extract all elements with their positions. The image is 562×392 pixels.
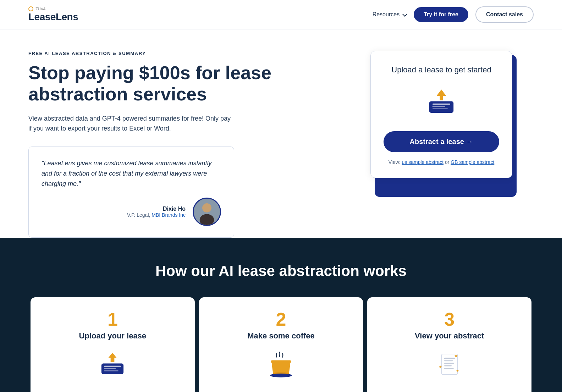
svg-rect-10: [104, 365, 121, 367]
try-free-button[interactable]: Try it for free: [414, 7, 468, 22]
abstract-doc-icon: ★ ★ ★: [435, 351, 464, 379]
abstract-lease-button[interactable]: Abstract a lease →: [384, 131, 499, 152]
testimonial-quote: "LeaseLens gives me customized lease sum…: [42, 158, 221, 189]
author-company-link[interactable]: MBI Brands Inc: [151, 212, 186, 218]
svg-rect-6: [432, 106, 445, 107]
hero-left: FREE AI LEASE ABSTRACTION & SUMMARY Stop…: [28, 51, 277, 238]
chevron-down-icon: [402, 12, 407, 17]
svg-marker-8: [109, 353, 117, 362]
upload-scanner-icon: [425, 87, 457, 119]
resources-label: Resources: [373, 11, 400, 18]
svg-rect-13: [271, 360, 291, 363]
logo-circle-icon: [28, 6, 33, 11]
testimonial-box: "LeaseLens gives me customized lease sum…: [28, 147, 234, 237]
svg-rect-11: [104, 368, 116, 369]
logo-prefix-text: ZUVA: [35, 7, 46, 11]
step-1-number: 1: [41, 310, 184, 328]
resources-menu[interactable]: Resources: [373, 11, 407, 18]
hero-eyebrow: FREE AI LEASE ABSTRACTION & SUMMARY: [28, 51, 277, 56]
sample-or: or: [445, 159, 449, 165]
sample-prefix: View:: [389, 159, 401, 165]
us-sample-link[interactable]: us sample abstract: [402, 159, 444, 165]
testimonial-author: Dixie Ho V.P. Legal, MBI Brands Inc: [42, 198, 221, 226]
svg-marker-3: [437, 89, 446, 100]
contact-sales-button[interactable]: Contact sales: [475, 6, 534, 23]
step-3-card: 3 View your abstract ★ ★ ★: [367, 297, 531, 392]
step-1-title: Upload your lease: [41, 331, 184, 341]
step-2-title: Make some coffee: [210, 331, 353, 341]
step-2-number: 2: [210, 310, 353, 328]
step-2-card: 2 Make some coffee: [199, 297, 363, 392]
svg-rect-20: [444, 365, 452, 366]
author-name: Dixie Ho: [127, 206, 186, 212]
sample-links: View: us sample abstract or GB sample ab…: [384, 159, 499, 165]
upload-icon-wrap: [424, 85, 459, 121]
coffee-icon: [267, 351, 295, 379]
author-title-text: V.P. Legal,: [127, 212, 151, 218]
svg-point-2: [200, 214, 214, 226]
upload-card-wrap: Upload a lease to get started Abstract a…: [370, 51, 512, 178]
svg-point-15: [270, 374, 292, 377]
hero-description: View abstracted data and GPT-4 powered s…: [28, 114, 234, 134]
hero-section: FREE AI LEASE ABSTRACTION & SUMMARY Stop…: [0, 29, 562, 238]
navbar: ZUVA LeaseLens Resources Try it for free…: [0, 0, 562, 29]
step-3-title: View your abstract: [378, 331, 521, 341]
avatar-image: [194, 198, 220, 226]
svg-rect-4: [429, 101, 453, 113]
author-info: Dixie Ho V.P. Legal, MBI Brands Inc: [127, 206, 186, 218]
svg-rect-19: [444, 363, 454, 364]
author-title: V.P. Legal, MBI Brands Inc: [127, 212, 186, 218]
upload-doc-icon: [98, 351, 127, 379]
hero-title: Stop paying $100s for lease abstraction …: [28, 62, 277, 105]
svg-text:★: ★: [456, 369, 459, 373]
svg-rect-12: [104, 370, 119, 371]
svg-rect-18: [444, 360, 453, 361]
upload-card-title: Upload a lease to get started: [384, 65, 499, 74]
avatar: [193, 198, 221, 226]
upload-card: Upload a lease to get started Abstract a…: [370, 51, 512, 178]
step-3-icon: ★ ★ ★: [434, 349, 465, 381]
logo: ZUVA LeaseLens: [28, 6, 78, 23]
step-3-number: 3: [378, 310, 521, 328]
logo-prefix: ZUVA: [28, 6, 78, 11]
svg-rect-17: [444, 358, 455, 359]
how-section: How our AI lease abstraction works 1 Upl…: [0, 238, 562, 392]
step-1-icon: [97, 349, 128, 381]
logo-name: LeaseLens: [28, 11, 78, 23]
svg-text:★: ★: [439, 364, 442, 369]
svg-rect-7: [432, 108, 448, 109]
step-1-card: 1 Upload your lease: [31, 297, 195, 392]
svg-point-1: [202, 203, 211, 212]
how-section-title: How our AI lease abstraction works: [28, 263, 534, 280]
svg-rect-21: [444, 368, 454, 369]
steps-row: 1 Upload your lease 2 Make some coffee: [28, 297, 534, 392]
nav-right: Resources Try it for free Contact sales: [373, 6, 534, 23]
step-2-icon: [265, 349, 297, 381]
svg-rect-5: [432, 104, 450, 105]
svg-text:★: ★: [454, 353, 458, 358]
gb-sample-link[interactable]: GB sample abstract: [451, 159, 494, 165]
